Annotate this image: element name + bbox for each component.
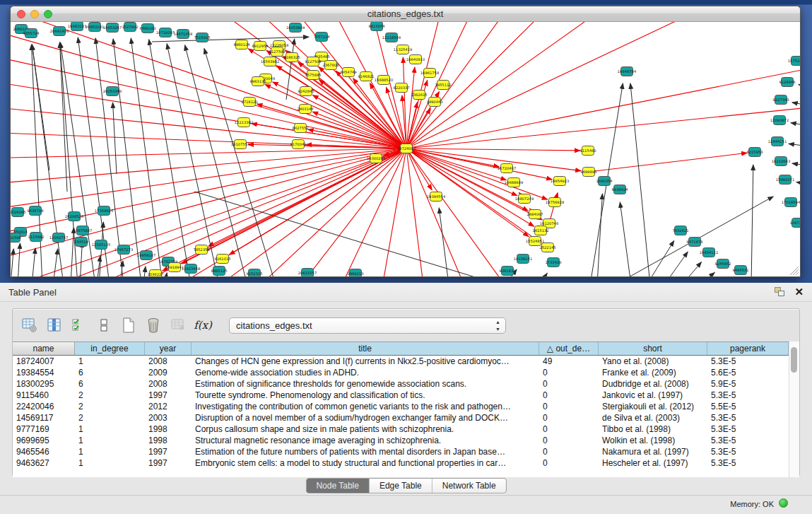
graph-edge[interactable] [406,22,505,148]
graph-edge[interactable] [791,123,800,129]
table-cell[interactable]: 5.3E-5 [707,424,789,435]
table-cell[interactable]: Tourette syndrome. Phenomenology and cla… [192,390,539,401]
graph-edge[interactable] [751,165,753,276]
graph-edge[interactable] [113,39,141,276]
table-cell[interactable]: 2008 [145,378,192,390]
column-header-pagerank[interactable]: pagerank [707,342,789,355]
function-icon[interactable]: f(x) [194,317,211,334]
table-cell[interactable]: 6 [75,367,145,378]
table-row[interactable]: 1872400712008Changes of HCN gene express… [13,356,799,367]
table-cell[interactable]: 9777169 [13,424,75,435]
graph-edge[interactable] [539,273,547,276]
table-cell[interactable]: 0 [539,412,599,424]
table-cell[interactable]: 0 [539,435,599,446]
table-row[interactable]: 977716911998Corpus callosum shape and si… [13,424,799,435]
table-cell[interactable]: 2008 [145,356,192,367]
table-cell[interactable]: Changes of HCN gene expression and I(f) … [192,356,539,367]
table-cell[interactable]: de Silva et al. (2003) [599,412,707,424]
graph-edge[interactable] [229,148,406,255]
graph-edge[interactable] [796,182,800,187]
table-cell[interactable]: 5.3E-5 [707,412,789,424]
graph-edge[interactable] [265,85,406,148]
table-row[interactable]: 969969511998Structural magnetic resonanc… [13,435,799,446]
graph-edge[interactable] [620,202,631,276]
graph-edge[interactable] [18,243,20,276]
table-cell[interactable]: 49 [539,356,599,367]
graph-edge[interactable] [273,82,406,148]
table-cell[interactable]: 5.3E-5 [707,435,789,446]
graph-edge[interactable] [406,148,466,276]
column-header-out_degree[interactable]: △ out_de… [539,342,599,355]
resize-grip-icon[interactable] [790,267,799,275]
table-cell[interactable]: 2 [75,390,145,401]
network-file-dropdown[interactable]: citations_edges.txt ▲▼ [229,317,506,334]
window-titlebar[interactable]: citations_edges.txt [11,6,800,22]
tab-node-table[interactable]: Node Table [306,479,370,493]
graph-edge[interactable] [406,148,509,276]
table-cell[interactable]: 2 [75,412,145,424]
column-header-name[interactable]: name [13,342,75,355]
table-cell[interactable]: 5.3E-5 [707,356,789,367]
table-cell[interactable]: 18724007 [13,356,75,367]
table-cell[interactable]: 1997 [145,390,192,401]
table-cell[interactable]: 0 [539,446,599,457]
graph-edge[interactable] [113,103,117,174]
table-cell[interactable]: 0 [539,401,599,412]
graph-edge[interactable] [792,163,800,168]
close-window-button[interactable] [17,10,25,18]
graph-edge[interactable] [406,105,800,148]
table-cell[interactable]: Franke et al. (2009) [599,367,707,378]
table-cell[interactable]: 1997 [145,446,192,457]
table-cell[interactable]: 1 [75,435,145,446]
graph-edge[interactable] [339,148,406,276]
table-scrollbar-thumb[interactable] [791,347,797,373]
table-cell[interactable]: 5.9E-5 [707,378,789,390]
graph-edge[interactable] [406,148,507,180]
table-cell[interactable]: Stergiakouli et al. (2012) [599,401,707,412]
table-cell[interactable]: 6 [75,378,145,390]
table-cell[interactable]: 9699695 [13,435,75,446]
zoom-window-button[interactable] [44,10,52,18]
graph-edge[interactable] [80,242,82,276]
graph-edge[interactable] [11,249,13,276]
graph-edge[interactable] [32,248,35,276]
graph-edge[interactable] [589,153,747,172]
table-row[interactable]: 911546021997Tourette syndrome. Phenomeno… [13,390,799,401]
table-cell[interactable]: 14569117 [13,412,75,424]
table-settings-icon[interactable] [21,317,38,334]
graph-edge[interactable] [170,148,406,276]
tab-edge-table[interactable]: Edge Table [370,479,433,493]
table-cell[interactable]: Estimation of significance thresholds fo… [192,378,539,390]
graph-edge[interactable] [11,106,406,148]
table-cell[interactable]: Jankovic et al. (1997) [599,390,707,401]
table-row[interactable]: 1830029562008Estimation of significance … [13,378,799,390]
table-cell[interactable]: 1 [75,356,145,367]
table-cell[interactable]: 9115460 [13,390,75,401]
table-cell[interactable]: 19384554 [13,367,75,378]
table-cell[interactable]: 2012 [145,401,192,412]
table-cell[interactable]: Estimation of the future numbers of pati… [192,446,539,457]
table-cell[interactable]: 5.3E-5 [707,390,789,401]
table-cell[interactable]: Tibbo et al. (1998) [599,424,707,435]
graph-edge[interactable] [53,249,58,276]
float-panel-icon[interactable] [775,287,785,297]
table-cell[interactable]: Disruption of a novel member of a sodium… [192,412,539,424]
table-cell[interactable]: Dudbridge et al. (2008) [599,378,707,390]
graph-edge[interactable] [165,273,167,276]
table-cell[interactable]: 9465546 [13,446,75,457]
table-row[interactable]: 946362711997Embryonic stem cells: a mode… [13,457,799,469]
table-cell[interactable]: 1 [75,446,145,457]
graph-edge[interactable] [439,208,449,276]
table-cell[interactable]: 0 [539,390,599,401]
graph-edge[interactable] [403,57,406,148]
graph-edge[interactable] [71,228,73,276]
table-cell[interactable]: 2003 [145,412,192,424]
row-check-icon[interactable] [71,317,88,334]
graph-edge[interactable] [799,85,800,90]
table-cell[interactable]: 1 [75,424,145,435]
table-cell[interactable]: 5.3E-5 [707,457,789,469]
network-view[interactable]: 1872400720691409355724206914061908310320… [11,22,800,276]
column-header-year[interactable]: year [145,342,192,355]
table-cell[interactable]: Corpus callosum shape and size in male p… [192,424,539,435]
table-cell[interactable]: Genome-wide association studies in ADHD. [192,367,539,378]
